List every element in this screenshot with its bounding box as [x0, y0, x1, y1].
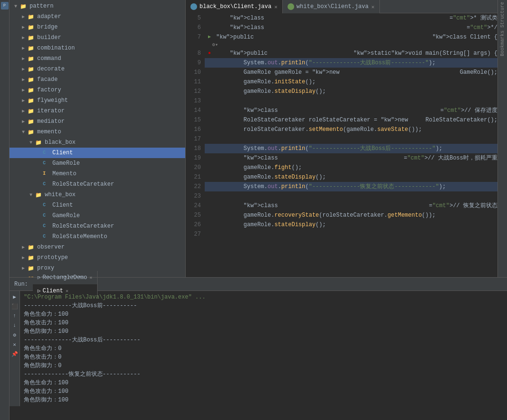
- sidebar-item-label: Client: [52, 150, 73, 156]
- sidebar-item-mediator[interactable]: ▶📁mediator: [10, 116, 185, 127]
- right-panel-bookmarks[interactable]: Bookmarks: [500, 30, 505, 56]
- folder-icon: 📁: [28, 66, 35, 72]
- line-number: 10: [186, 68, 205, 77]
- folder-icon: 📁: [20, 3, 28, 9]
- console-line: -------------恢复之前状态-----------: [24, 370, 503, 379]
- console-line: 角色攻击力：0: [24, 353, 503, 361]
- code-content-20: gameRole.fight();: [214, 163, 497, 172]
- gutter-21: [205, 172, 214, 182]
- tab-black-client[interactable]: black_box\Client.java ✕: [186, 0, 283, 13]
- code-line-17: 17: [186, 134, 497, 144]
- sidebar-item-label: RoleStateMemento: [52, 233, 107, 240]
- console-line: --------------大战Boss后-----------: [24, 336, 503, 344]
- folder-icon: 📁: [28, 35, 35, 40]
- sidebar-item-GameRole-bb[interactable]: CGameRole: [10, 158, 185, 169]
- code-content-18: System.out.println("--------------大战Boss…: [214, 144, 497, 153]
- console-line: 角色生命力：100: [24, 379, 503, 387]
- class-c-icon: C: [43, 223, 50, 229]
- line-number: 19: [186, 153, 205, 163]
- sidebar-item-prototype[interactable]: ▶📁prototype: [10, 252, 185, 263]
- bottom-tab-rectangle-demo[interactable]: ▷ RectangleDemo ✕: [33, 271, 98, 284]
- line-number: 21: [186, 172, 205, 182]
- tree-arrow: ▶: [22, 66, 28, 72]
- sidebar-item-pattern[interactable]: ▼📁pattern: [10, 1, 185, 11]
- folder-icon: 📁: [28, 129, 35, 135]
- run-tools: ▶ ⬛ ↑ ↓ ⚙ ✕ 📌: [10, 291, 20, 406]
- folder-icon: 📁: [28, 244, 35, 250]
- folder-icon: 📁: [35, 140, 43, 145]
- close-run-button[interactable]: ✕: [11, 340, 19, 348]
- stop-button[interactable]: ⬛: [11, 302, 19, 310]
- gutter-15: [205, 115, 214, 125]
- line-number: 6: [186, 23, 205, 32]
- code-line-8: 8 ● "kw">public "kw">static "kw">void ma…: [186, 49, 497, 58]
- line-number: 22: [186, 182, 205, 191]
- gutter-16: [205, 125, 214, 134]
- code-content-15: RoleStateCaretaker roleStateCaretaker = …: [214, 115, 426, 125]
- sidebar-item-white_box[interactable]: ▼📁white_box: [10, 190, 185, 200]
- sidebar-item-Client-bb[interactable]: CClient: [10, 148, 185, 158]
- line-number: 11: [186, 77, 205, 87]
- sidebar-item-facade[interactable]: ▶📁facade: [10, 74, 185, 85]
- settings-button[interactable]: ⚙: [11, 331, 19, 339]
- right-strip: StructureBookmarks: [497, 0, 507, 277]
- tab-close-white-client[interactable]: ✕: [371, 4, 375, 10]
- sidebar-item-observer[interactable]: ▶📁observer: [10, 242, 185, 252]
- line-number: 9: [186, 58, 205, 68]
- code-line-21: 21 gameRole.stateDisplay();: [186, 172, 497, 182]
- sidebar-item-flyweight[interactable]: ▶📁flyweight: [10, 95, 185, 106]
- sidebar-item-adapter[interactable]: ▶📁adapter: [10, 11, 185, 22]
- scroll-up-button[interactable]: ↑: [11, 312, 19, 320]
- code-line-27: 27: [186, 230, 497, 239]
- tree-arrow: ▶: [22, 108, 28, 114]
- sidebar-item-label: pattern: [30, 3, 53, 10]
- line-number: 15: [186, 115, 205, 125]
- sidebar-item-label: iterator: [37, 108, 65, 114]
- run-button[interactable]: ▶: [11, 293, 19, 300]
- tree-arrow: ▶: [22, 244, 28, 250]
- sidebar-item-bridge[interactable]: ▶📁bridge: [10, 22, 185, 32]
- sidebar-item-RoleStateCaretaker-wb[interactable]: CRoleStateCaretaker: [10, 221, 185, 231]
- sidebar-item-label: builder: [37, 34, 61, 41]
- sidebar-item-label: GameRole: [52, 212, 80, 219]
- bottom-tab-close-rectangle-demo[interactable]: ✕: [89, 275, 92, 280]
- sidebar-item-iterator[interactable]: ▶📁iterator: [10, 106, 185, 116]
- sidebar-item-RoleStateCaretaker-bb[interactable]: CRoleStateCaretaker: [10, 179, 185, 190]
- sidebar-item-factory[interactable]: ▶📁factory: [10, 85, 185, 95]
- sidebar-item-label: prototype: [37, 254, 68, 261]
- console-line: 角色攻击力：100: [24, 319, 503, 327]
- sidebar-item-label: white_box: [45, 191, 76, 198]
- folder-icon: 📁: [28, 14, 35, 20]
- sidebar-item-builder[interactable]: ▶📁builder: [10, 32, 185, 43]
- sidebar-item-combination[interactable]: ▶📁combination: [10, 43, 185, 53]
- folder-icon: 📁: [28, 45, 35, 51]
- code-content-17: [214, 134, 497, 144]
- folder-icon: 📁: [28, 87, 35, 93]
- pin-button[interactable]: 📌: [11, 350, 19, 358]
- right-panel-structure[interactable]: Structure: [500, 2, 505, 28]
- expand-icon[interactable]: ⚙▾: [212, 42, 218, 49]
- code-content-13: [214, 96, 497, 106]
- sidebar-item-memento[interactable]: ▼📁memento: [10, 127, 185, 137]
- code-line-20: 20 gameRole.fight();: [186, 163, 497, 172]
- sidebar-item-GameRole-wb[interactable]: CGameRole: [10, 210, 185, 221]
- code-line-23: 23: [186, 191, 497, 201]
- sidebar-item-command[interactable]: ▶📁command: [10, 53, 185, 64]
- code-line-14: 14 "kw">class="cmt">// 保存进度: [186, 106, 497, 115]
- tree-arrow: ▶: [22, 255, 28, 260]
- console-line: 角色攻击力：100: [24, 387, 503, 396]
- sidebar-item-decorate[interactable]: ▶📁decorate: [10, 64, 185, 74]
- sidebar-item-Client-wb[interactable]: CClient: [10, 200, 185, 210]
- tree-arrow: ▶: [22, 56, 28, 61]
- tab-white-client[interactable]: white_box\Client.java ✕: [283, 0, 380, 13]
- code-line-5: 5 "kw">class="cmt">* 测试类: [186, 13, 497, 23]
- gutter-9: [205, 58, 214, 68]
- sidebar-item-Memento-bb[interactable]: IMemento: [10, 169, 185, 179]
- sidebar-item-RoleStateMemento-wb[interactable]: CRoleStateMemento: [10, 231, 185, 242]
- gutter-25: [205, 210, 214, 220]
- tab-close-black-client[interactable]: ✕: [274, 4, 278, 10]
- scroll-down-button[interactable]: ↓: [11, 321, 19, 329]
- code-line-18: 18 System.out.println("--------------大战B…: [186, 144, 497, 153]
- line-number: 20: [186, 163, 205, 172]
- sidebar-item-black_box[interactable]: ▼📁black_box: [10, 137, 185, 148]
